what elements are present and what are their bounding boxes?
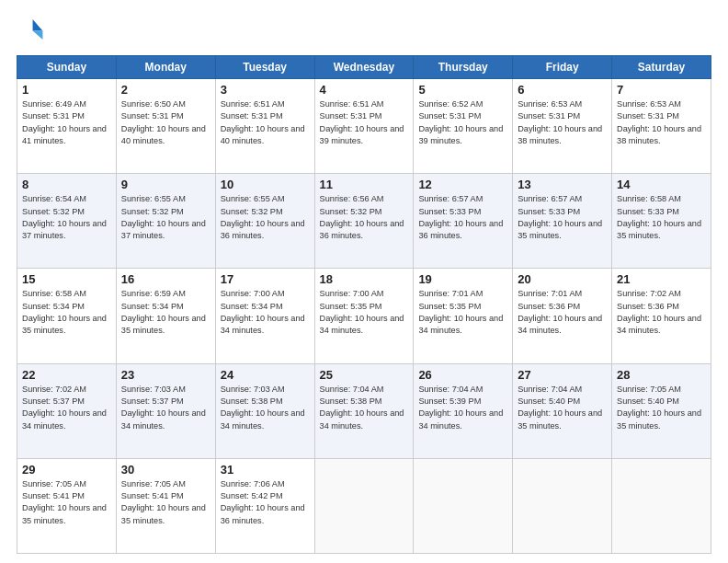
svg-marker-1 — [33, 31, 43, 40]
day-cell-16: 16Sunrise: 6:59 AMSunset: 5:34 PMDayligh… — [116, 269, 215, 363]
day-info: Sunrise: 6:55 AMSunset: 5:32 PMDaylight:… — [121, 194, 206, 240]
col-header-monday: Monday — [116, 56, 215, 79]
day-number: 27 — [518, 368, 607, 382]
day-info: Sunrise: 7:03 AMSunset: 5:38 PMDaylight:… — [221, 385, 305, 431]
day-cell-13: 13Sunrise: 6:57 AMSunset: 5:33 PMDayligh… — [513, 174, 612, 269]
day-cell-24: 24Sunrise: 7:03 AMSunset: 5:38 PMDayligh… — [215, 363, 314, 458]
day-number: 25 — [320, 368, 409, 382]
empty-cell — [513, 458, 612, 553]
day-cell-15: 15Sunrise: 6:58 AMSunset: 5:34 PMDayligh… — [17, 269, 117, 363]
day-info: Sunrise: 6:52 AMSunset: 5:31 PMDaylight:… — [418, 99, 503, 145]
day-info: Sunrise: 7:04 AMSunset: 5:38 PMDaylight:… — [320, 385, 404, 431]
day-cell-19: 19Sunrise: 7:01 AMSunset: 5:35 PMDayligh… — [414, 269, 513, 363]
day-cell-29: 29Sunrise: 7:05 AMSunset: 5:41 PMDayligh… — [17, 458, 117, 553]
day-info: Sunrise: 7:00 AMSunset: 5:34 PMDaylight:… — [221, 289, 305, 335]
day-info: Sunrise: 6:57 AMSunset: 5:33 PMDaylight:… — [518, 194, 602, 240]
day-number: 21 — [617, 272, 706, 286]
day-cell-20: 20Sunrise: 7:01 AMSunset: 5:36 PMDayligh… — [513, 269, 612, 363]
day-info: Sunrise: 7:03 AMSunset: 5:37 PMDaylight:… — [121, 385, 206, 431]
day-info: Sunrise: 6:51 AMSunset: 5:31 PMDaylight:… — [221, 99, 305, 145]
day-info: Sunrise: 7:05 AMSunset: 5:40 PMDaylight:… — [617, 385, 701, 431]
day-info: Sunrise: 6:50 AMSunset: 5:31 PMDaylight:… — [121, 99, 206, 145]
calendar-row-1: 1Sunrise: 6:49 AMSunset: 5:31 PMDaylight… — [17, 79, 711, 174]
day-number: 11 — [320, 178, 409, 191]
day-number: 9 — [121, 178, 210, 191]
day-number: 7 — [617, 83, 706, 97]
day-info: Sunrise: 7:04 AMSunset: 5:39 PMDaylight:… — [418, 385, 503, 431]
day-cell-4: 4Sunrise: 6:51 AMSunset: 5:31 PMDaylight… — [314, 79, 414, 174]
day-number: 14 — [617, 178, 706, 191]
day-cell-10: 10Sunrise: 6:55 AMSunset: 5:32 PMDayligh… — [215, 174, 314, 269]
col-header-wednesday: Wednesday — [314, 56, 414, 79]
day-cell-22: 22Sunrise: 7:02 AMSunset: 5:37 PMDayligh… — [17, 363, 117, 458]
day-cell-17: 17Sunrise: 7:00 AMSunset: 5:34 PMDayligh… — [215, 269, 314, 363]
day-number: 17 — [221, 272, 310, 286]
day-cell-21: 21Sunrise: 7:02 AMSunset: 5:36 PMDayligh… — [612, 269, 711, 363]
day-cell-6: 6Sunrise: 6:53 AMSunset: 5:31 PMDaylight… — [513, 79, 612, 174]
day-cell-28: 28Sunrise: 7:05 AMSunset: 5:40 PMDayligh… — [612, 363, 711, 458]
logo-icon — [18, 17, 44, 42]
day-number: 12 — [418, 178, 507, 191]
day-number: 1 — [22, 83, 111, 97]
day-number: 2 — [121, 83, 210, 97]
day-cell-7: 7Sunrise: 6:53 AMSunset: 5:31 PMDaylight… — [612, 79, 711, 174]
svg-marker-0 — [33, 19, 43, 30]
day-info: Sunrise: 6:54 AMSunset: 5:32 PMDaylight:… — [22, 194, 107, 240]
day-info: Sunrise: 7:00 AMSunset: 5:35 PMDaylight:… — [320, 289, 404, 335]
day-cell-2: 2Sunrise: 6:50 AMSunset: 5:31 PMDaylight… — [116, 79, 215, 174]
day-cell-23: 23Sunrise: 7:03 AMSunset: 5:37 PMDayligh… — [116, 363, 215, 458]
day-cell-5: 5Sunrise: 6:52 AMSunset: 5:31 PMDaylight… — [414, 79, 513, 174]
day-cell-31: 31Sunrise: 7:06 AMSunset: 5:42 PMDayligh… — [215, 458, 314, 553]
day-info: Sunrise: 6:59 AMSunset: 5:34 PMDaylight:… — [121, 289, 206, 335]
day-number: 4 — [320, 83, 409, 97]
day-info: Sunrise: 6:49 AMSunset: 5:31 PMDaylight:… — [22, 99, 107, 145]
day-cell-18: 18Sunrise: 7:00 AMSunset: 5:35 PMDayligh… — [314, 269, 414, 363]
day-info: Sunrise: 7:02 AMSunset: 5:37 PMDaylight:… — [22, 385, 107, 431]
day-info: Sunrise: 7:01 AMSunset: 5:36 PMDaylight:… — [518, 289, 602, 335]
day-info: Sunrise: 7:05 AMSunset: 5:41 PMDaylight:… — [22, 479, 107, 525]
col-header-sunday: Sunday — [17, 56, 117, 79]
day-number: 15 — [22, 272, 111, 286]
day-info: Sunrise: 6:53 AMSunset: 5:31 PMDaylight:… — [518, 99, 602, 145]
day-info: Sunrise: 6:58 AMSunset: 5:33 PMDaylight:… — [617, 194, 701, 240]
day-cell-27: 27Sunrise: 7:04 AMSunset: 5:40 PMDayligh… — [513, 363, 612, 458]
day-cell-26: 26Sunrise: 7:04 AMSunset: 5:39 PMDayligh… — [414, 363, 513, 458]
day-info: Sunrise: 6:51 AMSunset: 5:31 PMDaylight:… — [320, 99, 404, 145]
day-number: 16 — [121, 272, 210, 286]
day-number: 30 — [121, 463, 210, 477]
day-cell-11: 11Sunrise: 6:56 AMSunset: 5:32 PMDayligh… — [314, 174, 414, 269]
day-number: 5 — [418, 83, 507, 97]
day-info: Sunrise: 7:06 AMSunset: 5:42 PMDaylight:… — [221, 479, 305, 525]
col-header-tuesday: Tuesday — [215, 56, 314, 79]
calendar-row-5: 29Sunrise: 7:05 AMSunset: 5:41 PMDayligh… — [17, 458, 711, 553]
header — [17, 17, 711, 46]
page: SundayMondayTuesdayWednesdayThursdayFrid… — [0, 0, 728, 563]
calendar-row-4: 22Sunrise: 7:02 AMSunset: 5:37 PMDayligh… — [17, 363, 711, 458]
day-info: Sunrise: 7:01 AMSunset: 5:35 PMDaylight:… — [418, 289, 503, 335]
day-number: 24 — [221, 368, 310, 382]
calendar-table: SundayMondayTuesdayWednesdayThursdayFrid… — [17, 55, 711, 554]
day-info: Sunrise: 6:53 AMSunset: 5:31 PMDaylight:… — [617, 99, 701, 145]
day-number: 19 — [418, 272, 507, 286]
day-cell-30: 30Sunrise: 7:05 AMSunset: 5:41 PMDayligh… — [116, 458, 215, 553]
day-number: 3 — [221, 83, 310, 97]
empty-cell — [414, 458, 513, 553]
day-cell-25: 25Sunrise: 7:04 AMSunset: 5:38 PMDayligh… — [314, 363, 414, 458]
day-number: 20 — [518, 272, 607, 286]
col-header-saturday: Saturday — [612, 56, 711, 79]
day-info: Sunrise: 6:56 AMSunset: 5:32 PMDaylight:… — [320, 194, 404, 240]
empty-cell — [314, 458, 414, 553]
day-number: 13 — [518, 178, 607, 191]
day-number: 29 — [22, 463, 111, 477]
day-info: Sunrise: 7:04 AMSunset: 5:40 PMDaylight:… — [518, 385, 602, 431]
empty-cell — [612, 458, 711, 553]
day-number: 23 — [121, 368, 210, 382]
day-number: 10 — [221, 178, 310, 191]
calendar-row-2: 8Sunrise: 6:54 AMSunset: 5:32 PMDaylight… — [17, 174, 711, 269]
col-header-friday: Friday — [513, 56, 612, 79]
day-number: 6 — [518, 83, 607, 97]
day-cell-14: 14Sunrise: 6:58 AMSunset: 5:33 PMDayligh… — [612, 174, 711, 269]
calendar-row-3: 15Sunrise: 6:58 AMSunset: 5:34 PMDayligh… — [17, 269, 711, 363]
day-number: 18 — [320, 272, 409, 286]
day-number: 22 — [22, 368, 111, 382]
